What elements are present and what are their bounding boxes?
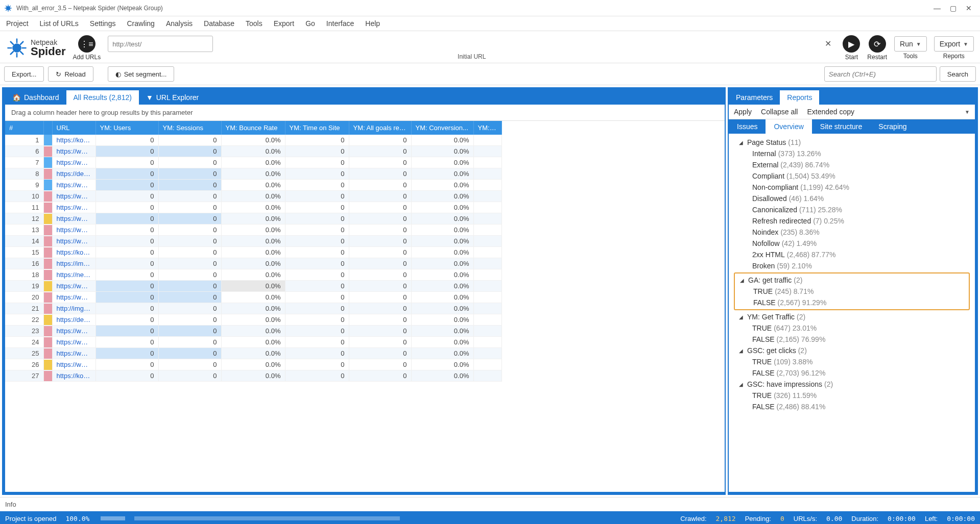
table-row[interactable]: 19https://www....000.0%000.0% bbox=[5, 281, 501, 292]
export-button[interactable]: Export... bbox=[4, 66, 44, 82]
column-header[interactable]: YM: Time on Site bbox=[285, 121, 349, 135]
tree-item[interactable]: Compliant (1,504) 53.49% bbox=[734, 170, 970, 182]
table-row[interactable]: 8https://deve...000.0%000.0% bbox=[5, 168, 501, 180]
column-header[interactable]: YM: Bounce Rate bbox=[221, 121, 285, 135]
menu-item-settings[interactable]: Settings bbox=[90, 19, 116, 28]
column-header[interactable]: # bbox=[5, 121, 43, 135]
table-row[interactable]: 24https://www....000.0%000.0% bbox=[5, 337, 501, 348]
tab-scraping[interactable]: Scraping bbox=[870, 119, 915, 134]
url-cell[interactable]: https://kor.il... bbox=[52, 247, 95, 258]
tree-item[interactable]: Internal (373) 13.26% bbox=[734, 148, 970, 159]
url-cell[interactable]: https://www.... bbox=[52, 337, 95, 348]
tree-item[interactable]: 2xx HTML (2,468) 87.77% bbox=[734, 249, 970, 260]
table-row[interactable]: 25https://www....000.0%000.0% bbox=[5, 348, 501, 359]
tab-all-results[interactable]: All Results (2,812) bbox=[66, 90, 139, 105]
url-cell[interactable]: https://www.... bbox=[52, 224, 95, 236]
column-header[interactable]: YM: Users bbox=[95, 121, 158, 135]
column-header[interactable]: YM: Conversion... bbox=[411, 121, 473, 135]
restart-button[interactable]: ⟳ bbox=[869, 35, 886, 53]
table-row[interactable]: 6https://www....000.0%000.0% bbox=[5, 146, 501, 157]
initial-url-input[interactable] bbox=[108, 36, 213, 52]
url-cell[interactable]: https://netp... bbox=[52, 269, 95, 281]
tree-item[interactable]: FALSE (2,486) 88.41% bbox=[734, 401, 970, 412]
table-row[interactable]: 26https://www....000.0%000.0% bbox=[5, 359, 501, 370]
url-cell[interactable]: https://www.... bbox=[52, 326, 95, 337]
table-row[interactable]: 1https://korr...000.0%000.0% bbox=[5, 135, 501, 146]
column-header[interactable]: YM: Sessions bbox=[158, 121, 221, 135]
column-header[interactable]: YM: Nur bbox=[473, 121, 501, 135]
tree-item[interactable]: FALSE (2,165) 76.99% bbox=[734, 334, 970, 345]
search-input[interactable] bbox=[824, 66, 937, 82]
overview-tree[interactable]: ◢Page Status (11)Internal (373) 13.26%Ex… bbox=[729, 134, 975, 492]
minimize-button[interactable]: — bbox=[934, 4, 941, 12]
url-cell[interactable]: https://www.... bbox=[52, 180, 95, 191]
table-row[interactable]: 11https://www....000.0%000.0% bbox=[5, 202, 501, 213]
menu-item-list-of-urls[interactable]: List of URLs bbox=[40, 19, 79, 28]
tab-url-explorer[interactable]: ▼URL Explorer bbox=[139, 90, 206, 105]
menu-item-database[interactable]: Database bbox=[204, 19, 234, 28]
tree-item[interactable]: Broken (59) 2.10% bbox=[734, 260, 970, 271]
table-row[interactable]: 23https://www....000.0%000.0% bbox=[5, 326, 501, 337]
url-cell[interactable]: https://www.... bbox=[52, 213, 95, 224]
table-row[interactable]: 27https://korr...000.0%000.0% bbox=[5, 370, 501, 382]
results-grid[interactable]: #URLYM: UsersYM: SessionsYM: Bounce Rate… bbox=[5, 121, 725, 492]
table-row[interactable]: 20https://www....000.0%000.0% bbox=[5, 292, 501, 303]
table-row[interactable]: 12https://www....000.0%000.0% bbox=[5, 213, 501, 224]
tree-item[interactable]: TRUE (326) 11.59% bbox=[734, 390, 970, 401]
column-header[interactable]: URL bbox=[52, 121, 95, 135]
tree-item[interactable]: TRUE (109) 3.88% bbox=[734, 356, 970, 367]
table-row[interactable]: 16https://imag...000.0%000.0% bbox=[5, 258, 501, 269]
tab-parameters[interactable]: Parameters bbox=[729, 90, 780, 105]
search-button[interactable]: Search bbox=[940, 66, 976, 82]
table-row[interactable]: 10https://www....000.0%000.0% bbox=[5, 191, 501, 202]
apply-button[interactable]: Apply bbox=[734, 108, 752, 116]
url-cell[interactable]: https://www.... bbox=[52, 348, 95, 359]
tree-item[interactable]: Canonicalized (711) 25.28% bbox=[734, 204, 970, 215]
tree-item[interactable]: Noindex (235) 8.36% bbox=[734, 227, 970, 238]
tree-item[interactable]: ◢YM: Get Traffic (2) bbox=[734, 311, 970, 322]
url-cell[interactable]: http://img.y... bbox=[52, 303, 95, 314]
clear-url-icon[interactable]: ✕ bbox=[825, 39, 831, 48]
run-dropdown[interactable]: Run▼ bbox=[894, 36, 927, 52]
tree-item[interactable]: Disallowed (46) 1.64% bbox=[734, 193, 970, 204]
url-cell[interactable]: https://www.... bbox=[52, 281, 95, 292]
url-cell[interactable]: https://imag... bbox=[52, 258, 95, 269]
tree-item[interactable]: FALSE (2,703) 96.12% bbox=[734, 367, 970, 379]
table-row[interactable]: 9https://www....000.0%000.0% bbox=[5, 180, 501, 191]
menu-item-help[interactable]: Help bbox=[365, 19, 380, 28]
tree-item[interactable]: Non-compliant (1,199) 42.64% bbox=[734, 182, 970, 193]
close-button[interactable]: ✕ bbox=[966, 4, 972, 12]
tab-issues[interactable]: Issues bbox=[729, 119, 766, 134]
url-cell[interactable]: https://www.... bbox=[52, 191, 95, 202]
table-row[interactable]: 7https://www....000.0%000.0% bbox=[5, 157, 501, 168]
table-row[interactable]: 14https://www....000.0%000.0% bbox=[5, 236, 501, 247]
tree-item[interactable]: Nofollow (42) 1.49% bbox=[734, 238, 970, 249]
url-cell[interactable]: https://www.... bbox=[52, 146, 95, 157]
tree-item[interactable]: FALSE (2,567) 91.29% bbox=[735, 297, 969, 308]
caret-down-icon[interactable]: ▼ bbox=[965, 109, 970, 115]
maximize-button[interactable]: ▢ bbox=[950, 4, 957, 12]
url-cell[interactable]: https://korr... bbox=[52, 135, 95, 146]
url-cell[interactable]: https://deve... bbox=[52, 314, 95, 326]
tree-item[interactable]: ◢GA: get traffic (2) bbox=[735, 275, 969, 286]
tree-item[interactable]: External (2,439) 86.74% bbox=[734, 159, 970, 170]
url-cell[interactable]: https://www.... bbox=[52, 202, 95, 213]
column-header[interactable]: YM: All goals rea... bbox=[349, 121, 411, 135]
table-row[interactable]: 15https://kor.il...000.0%000.0% bbox=[5, 247, 501, 258]
url-cell[interactable]: https://www.... bbox=[52, 157, 95, 168]
column-header[interactable] bbox=[43, 121, 52, 135]
tab-reports[interactable]: Reports bbox=[780, 90, 819, 105]
group-hint[interactable]: Drag a column header here to group resul… bbox=[5, 105, 725, 121]
tab-dashboard[interactable]: 🏠Dashboard bbox=[5, 90, 66, 105]
url-cell[interactable]: https://www.... bbox=[52, 236, 95, 247]
tree-item[interactable]: ◢GSC: get clicks (2) bbox=[734, 345, 970, 356]
tree-item[interactable]: Refresh redirected (7) 0.25% bbox=[734, 215, 970, 227]
menu-item-crawling[interactable]: Crawling bbox=[127, 19, 154, 28]
start-button[interactable]: ▶ bbox=[843, 35, 860, 53]
menu-item-project[interactable]: Project bbox=[6, 19, 29, 28]
collapse-all-button[interactable]: Collapse all bbox=[761, 108, 798, 116]
table-row[interactable]: 21http://img.y...000.0%000.0% bbox=[5, 303, 501, 314]
menu-item-analysis[interactable]: Analysis bbox=[166, 19, 193, 28]
menu-item-export[interactable]: Export bbox=[274, 19, 294, 28]
table-row[interactable]: 18https://netp...000.0%000.0% bbox=[5, 269, 501, 281]
